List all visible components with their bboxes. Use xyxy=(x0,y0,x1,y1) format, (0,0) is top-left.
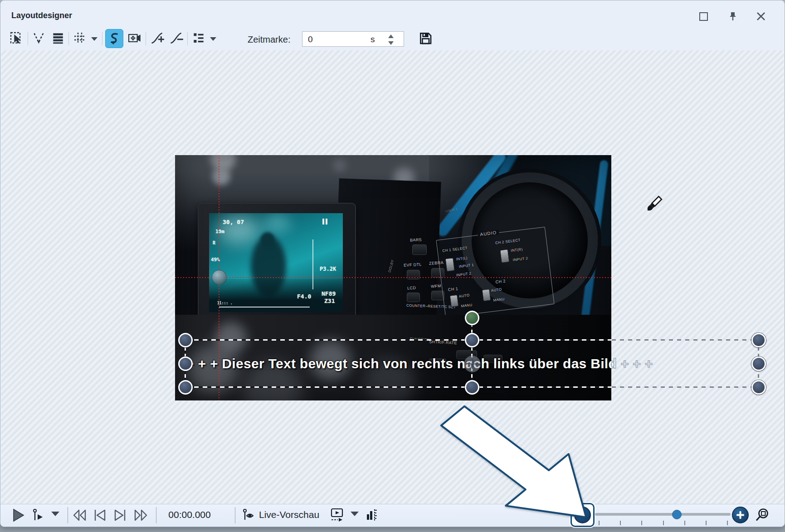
resize-handle-top-right[interactable] xyxy=(751,333,766,347)
marquee-bottom[interactable] xyxy=(185,386,612,388)
preview-dropdown[interactable] xyxy=(351,512,359,516)
panel-label-int-l: INT(L) xyxy=(456,256,468,261)
rotate-handle[interactable] xyxy=(465,311,479,325)
curve-minus-icon xyxy=(169,31,183,45)
ticker-text-ghost: + + + Dieser Text bewegt sich von rechts… xyxy=(611,348,653,380)
grid-dropdown-arrow[interactable] xyxy=(91,37,98,41)
play-options-dropdown[interactable] xyxy=(51,512,59,516)
fast-forward-icon xyxy=(133,508,148,522)
preview-window-icon xyxy=(330,508,345,523)
timeline-scale-button[interactable] xyxy=(365,508,380,523)
camera-move-icon xyxy=(127,31,141,45)
skip-start-button[interactable] xyxy=(93,508,107,522)
select-tool-button[interactable] xyxy=(8,29,25,47)
zoom-slider-thumb[interactable] xyxy=(672,510,682,519)
pin-icon xyxy=(728,11,737,21)
move-handle[interactable] xyxy=(464,356,481,372)
zoom-in-button[interactable] xyxy=(732,507,749,523)
lcd-nf: NF89 xyxy=(322,290,336,297)
camera-pan-tool-button[interactable] xyxy=(126,29,143,47)
panel-label-bars: BARS xyxy=(410,237,422,242)
list-icon xyxy=(191,31,206,45)
layout-toolbar: Zeitmarke: s xyxy=(0,26,785,50)
preview-window-button[interactable] xyxy=(330,508,345,523)
live-preview-label[interactable]: Live-Vorschau xyxy=(259,509,319,520)
grid-icon xyxy=(73,31,87,45)
zeitmarke-input[interactable] xyxy=(307,32,363,47)
resize-handle-bottom-left[interactable] xyxy=(178,380,193,395)
save-layout-button[interactable] xyxy=(417,29,434,47)
motion-path-tool-button[interactable] xyxy=(105,29,123,48)
magnifier-rect-icon xyxy=(754,507,770,523)
bars-ruler-icon xyxy=(365,508,380,523)
transport-bar: 00:00.000 Live-Vorschau xyxy=(0,504,785,527)
panel-label-manu2: MANU xyxy=(493,297,505,303)
fast-forward-button[interactable] xyxy=(133,508,148,522)
panel-label-input2b: INPUT 2 xyxy=(513,256,528,262)
list-dropdown-arrow[interactable] xyxy=(210,37,216,41)
panel-label-ch2: CH 2 xyxy=(495,278,506,284)
close-icon xyxy=(756,12,765,21)
rotation-center-anchor[interactable] xyxy=(212,270,227,285)
zoom-fit-button[interactable] xyxy=(754,507,770,523)
panel-label-ch1: CH 1 xyxy=(448,286,458,292)
lcd-marker-r: R xyxy=(213,240,215,245)
curve-plus-icon xyxy=(150,31,164,45)
close-button[interactable] xyxy=(755,10,767,22)
layoutdesigner-window: Layoutdesigner xyxy=(0,0,785,527)
grid-tool-button[interactable] xyxy=(71,29,88,47)
plus-icon xyxy=(736,511,745,519)
resize-handle-mid-left[interactable] xyxy=(178,356,193,371)
rewind-icon xyxy=(72,508,88,522)
add-keyframe-button[interactable] xyxy=(148,29,166,47)
select-keyframes-tool-button[interactable] xyxy=(30,29,48,47)
dashed-path-icon xyxy=(32,31,46,45)
play-icon xyxy=(11,508,25,522)
object-list-tool-button[interactable] xyxy=(49,29,67,47)
window-title: Layoutdesigner xyxy=(11,11,72,20)
resize-handle-mid-right[interactable] xyxy=(751,356,766,371)
panel-label-ch1-select: CH 1 SELECT xyxy=(442,246,468,253)
resize-handle-top-center[interactable] xyxy=(465,333,479,347)
panel-label-auto1: AUTO xyxy=(458,293,470,298)
marquee-bottom-outside[interactable] xyxy=(612,386,759,388)
zoom-slider-track[interactable] xyxy=(595,513,731,516)
keyframe-list-button[interactable] xyxy=(190,29,207,47)
select-tool-icon xyxy=(9,31,24,45)
zeitmarke-field: s xyxy=(302,31,404,47)
panel-label-manu1: MANU xyxy=(461,303,473,308)
rewind-button[interactable] xyxy=(72,508,88,522)
layout-canvas[interactable]: 30, 07 10m R 49% P3.2K F4.0 NF89 Z31 11:… xyxy=(1,50,784,504)
pin-button[interactable] xyxy=(727,10,739,22)
live-preview-toggle[interactable] xyxy=(242,508,257,522)
play-from-marker-button[interactable] xyxy=(31,508,46,522)
skip-end-button[interactable] xyxy=(113,508,127,522)
panel-label-auto2: AUTO xyxy=(491,288,502,293)
lcd-p-mode: P3.2K xyxy=(320,266,336,272)
remove-keyframe-button[interactable] xyxy=(167,29,185,47)
play-from-marker-icon xyxy=(31,508,46,522)
resize-handle-bottom-right[interactable] xyxy=(751,380,766,395)
play-button[interactable] xyxy=(11,508,25,522)
panel-label-int-r: INT(R) xyxy=(511,247,523,253)
zeitmarke-label: Zeitmarke: xyxy=(248,34,290,45)
ticker-text[interactable]: + + + Dieser Text bewegt sich von rechts… xyxy=(186,348,611,380)
marquee-top-outside[interactable] xyxy=(612,339,759,341)
curve-s-icon xyxy=(107,31,122,46)
marker-eye-icon xyxy=(242,508,257,522)
ticker-text-clip: + + + Dieser Text bewegt sich von rechts… xyxy=(175,348,611,380)
camera-lcd-screen: 30, 07 10m R 49% P3.2K F4.0 NF89 Z31 11:… xyxy=(209,213,343,312)
lcd-z: Z31 xyxy=(324,298,335,304)
title-bar: Layoutdesigner xyxy=(0,0,785,26)
resize-handle-top-left[interactable] xyxy=(178,333,193,347)
panel-label-ch2-select: CH 2 SELECT xyxy=(495,238,521,245)
lcd-aperture: F4.0 xyxy=(297,293,311,300)
resize-handle-bottom-center[interactable] xyxy=(465,380,479,395)
maximize-button[interactable] xyxy=(697,10,709,22)
zeitmarke-spin-up[interactable] xyxy=(383,33,399,39)
zeitmarke-unit: s xyxy=(371,34,375,44)
stacked-rows-icon xyxy=(51,31,65,45)
marquee-top[interactable] xyxy=(185,339,612,341)
skip-start-icon xyxy=(93,508,107,522)
zeitmarke-spin-down[interactable] xyxy=(383,39,399,46)
